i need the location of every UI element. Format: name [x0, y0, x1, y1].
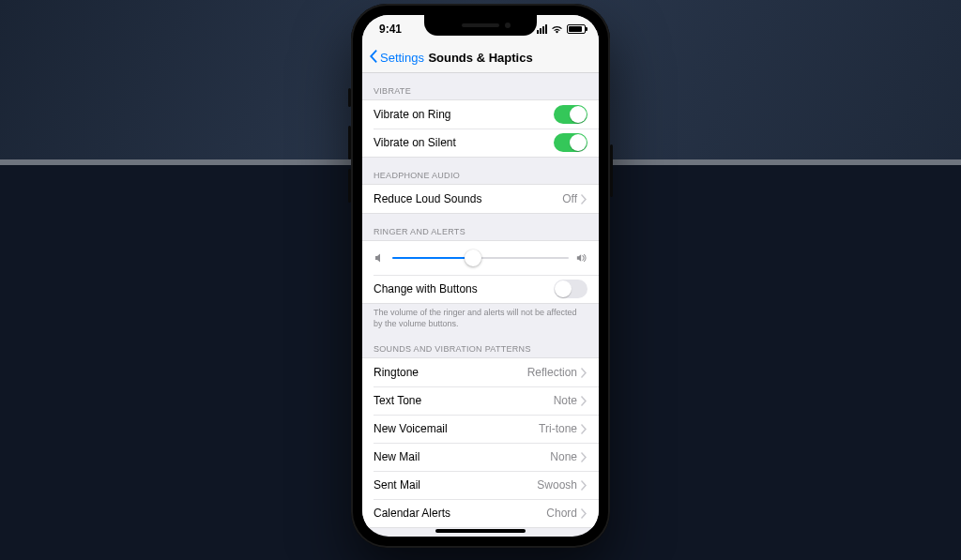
screen: 9:41 Settings Sounds & Haptics	[362, 15, 599, 537]
row-label: Text Tone	[374, 394, 554, 407]
chevron-right-icon	[581, 194, 587, 204]
back-label: Settings	[380, 51, 424, 65]
row-value: Tri-tone	[539, 422, 577, 435]
group-vibrate: Vibrate on Ring Vibrate on Silent	[362, 99, 599, 158]
row-value: Note	[554, 394, 577, 407]
row-value: Off	[562, 192, 577, 205]
row-sound-pattern[interactable]: New MailNone	[362, 443, 599, 471]
group-patterns: RingtoneReflectionText ToneNoteNew Voice…	[362, 357, 599, 528]
volume-up-button[interactable]	[348, 126, 351, 159]
row-value: None	[550, 450, 577, 463]
volume-high-icon	[576, 252, 587, 264]
row-label: Vibrate on Silent	[374, 136, 554, 149]
section-footer-ringer: The volume of the ringer and alerts will…	[362, 304, 599, 331]
row-value: Chord	[546, 507, 577, 520]
volume-down-button[interactable]	[348, 169, 351, 203]
row-value: Reflection	[527, 366, 577, 379]
row-sound-pattern[interactable]: Sent MailSwoosh	[362, 471, 599, 499]
row-label: New Mail	[374, 450, 550, 463]
battery-icon	[567, 24, 586, 34]
power-button[interactable]	[610, 144, 613, 197]
cellular-signal-icon	[537, 24, 547, 34]
toggle-vibrate-on-silent[interactable]	[554, 133, 587, 152]
row-vibrate-on-ring[interactable]: Vibrate on Ring	[362, 100, 599, 129]
chevron-right-icon	[581, 368, 587, 378]
settings-content[interactable]: Vibrate Vibrate on Ring Vibrate on Silen…	[362, 73, 599, 537]
wifi-icon	[551, 24, 563, 34]
chevron-right-icon	[581, 396, 587, 406]
phone-frame: 9:41 Settings Sounds & Haptics	[351, 4, 610, 548]
row-label: Ringtone	[374, 366, 527, 379]
row-label: Vibrate on Ring	[374, 108, 554, 121]
row-label: New Voicemail	[374, 422, 539, 435]
row-sound-pattern[interactable]: New VoicemailTri-tone	[362, 415, 599, 443]
section-header-ringer: Ringer and Alerts	[362, 214, 599, 240]
row-label: Calendar Alerts	[374, 507, 546, 520]
nav-bar: Settings Sounds & Haptics	[362, 43, 599, 73]
volume-low-icon	[374, 252, 385, 264]
back-button[interactable]: Settings	[362, 49, 424, 67]
row-reduce-loud-sounds[interactable]: Reduce Loud Sounds Off	[362, 185, 599, 213]
home-indicator[interactable]	[435, 529, 526, 533]
chevron-right-icon	[581, 452, 587, 462]
row-label: Change with Buttons	[374, 282, 554, 295]
chevron-right-icon	[581, 508, 587, 519]
row-label: Sent Mail	[374, 478, 537, 492]
status-time: 9:41	[379, 23, 402, 36]
toggle-change-with-buttons[interactable]	[554, 280, 587, 298]
row-ringer-slider[interactable]	[362, 241, 599, 275]
row-label: Reduce Loud Sounds	[374, 192, 562, 205]
ringer-volume-slider[interactable]	[392, 249, 569, 267]
section-header-headphone: Headphone Audio	[362, 158, 599, 184]
group-headphone: Reduce Loud Sounds Off	[362, 184, 599, 214]
chevron-right-icon	[581, 480, 587, 491]
notch	[424, 15, 537, 36]
row-sound-pattern[interactable]: RingtoneReflection	[362, 358, 599, 386]
row-sound-pattern[interactable]: Calendar AlertsChord	[362, 499, 599, 527]
row-vibrate-on-silent[interactable]: Vibrate on Silent	[362, 129, 599, 157]
row-value: Swoosh	[537, 478, 577, 492]
section-header-patterns: Sounds and Vibration Patterns	[362, 331, 599, 357]
toggle-vibrate-on-ring[interactable]	[554, 105, 587, 124]
chevron-right-icon	[581, 424, 587, 434]
group-ringer: Change with Buttons	[362, 240, 599, 304]
row-sound-pattern[interactable]: Text ToneNote	[362, 386, 599, 415]
row-change-with-buttons[interactable]: Change with Buttons	[362, 275, 599, 303]
chevron-left-icon	[368, 49, 378, 67]
mute-switch[interactable]	[348, 88, 351, 107]
section-header-vibrate: Vibrate	[362, 73, 599, 99]
